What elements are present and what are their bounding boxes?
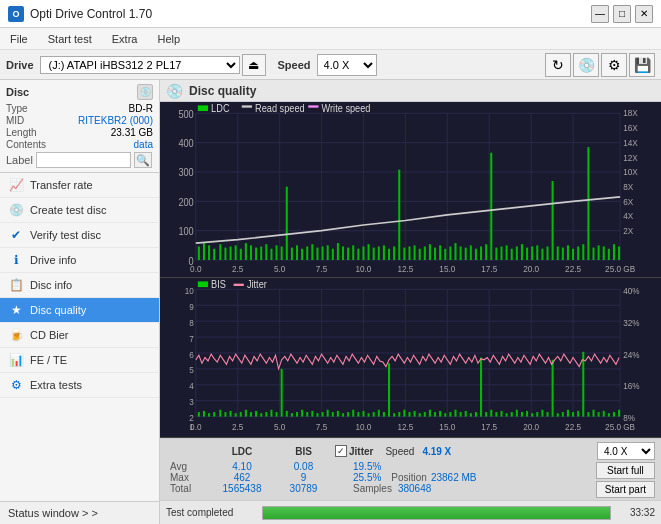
svg-rect-229 — [582, 352, 584, 417]
settings-btn[interactable]: ⚙ — [601, 53, 627, 77]
app-icon: O — [8, 6, 24, 22]
svg-rect-160 — [230, 411, 232, 417]
disc-quality-icon: ★ — [8, 302, 24, 318]
menu-file[interactable]: File — [4, 32, 34, 46]
nav-fe-te[interactable]: 📊 FE / TE — [0, 348, 159, 373]
svg-rect-197 — [419, 413, 421, 416]
bis-header: BIS — [276, 446, 331, 457]
svg-rect-24 — [230, 246, 232, 260]
svg-rect-64 — [434, 248, 436, 260]
svg-rect-186 — [362, 411, 364, 417]
svg-text:500: 500 — [178, 108, 194, 120]
speed-select[interactable]: 4.0 X — [317, 54, 377, 76]
svg-rect-77 — [500, 246, 502, 260]
disc-mid-key: MID — [6, 115, 24, 126]
status-window-btn[interactable]: Status window > > — [0, 501, 159, 524]
svg-text:10.0: 10.0 — [356, 422, 372, 433]
svg-rect-185 — [357, 412, 359, 417]
refresh-btn[interactable]: ↻ — [545, 53, 571, 77]
menu-help[interactable]: Help — [151, 32, 186, 46]
svg-rect-156 — [208, 413, 210, 416]
disc-type-key: Type — [6, 103, 28, 114]
svg-rect-175 — [306, 412, 308, 417]
svg-text:7: 7 — [189, 333, 194, 344]
close-button[interactable]: ✕ — [635, 5, 653, 23]
disc-contents-key: Contents — [6, 139, 46, 150]
nav-disc-quality[interactable]: ★ Disc quality — [0, 298, 159, 323]
disc-contents-val: data — [134, 139, 153, 150]
svg-rect-198 — [424, 412, 426, 417]
avg-bis: 0.08 — [276, 461, 331, 472]
svg-rect-62 — [424, 246, 426, 260]
svg-rect-195 — [408, 412, 410, 417]
nav-cd-bier[interactable]: 🍺 CD Bier — [0, 323, 159, 348]
svg-rect-88 — [557, 246, 559, 260]
nav-create-test-disc[interactable]: 💿 Create test disc — [0, 198, 159, 223]
chart1-svg: 500 400 300 200 100 0 18X 16X 14X 12X 10… — [160, 102, 661, 277]
nav-transfer-rate[interactable]: 📈 Transfer rate — [0, 173, 159, 198]
jitter-checkbox[interactable]: ✓ — [335, 445, 347, 457]
total-label: Total — [170, 483, 208, 494]
save-btn[interactable]: 💾 — [629, 53, 655, 77]
disc-label-btn[interactable]: 🔍 — [134, 152, 152, 168]
svg-rect-211 — [490, 410, 492, 417]
svg-text:2X: 2X — [623, 226, 633, 236]
svg-text:14X: 14X — [623, 138, 638, 148]
svg-text:10: 10 — [185, 285, 194, 296]
svg-rect-78 — [506, 245, 508, 260]
svg-rect-54 — [383, 245, 385, 260]
svg-rect-173 — [296, 412, 298, 417]
start-part-btn[interactable]: Start part — [596, 481, 655, 498]
app-title: Opti Drive Control 1.70 — [30, 7, 152, 21]
maximize-button[interactable]: □ — [613, 5, 631, 23]
svg-rect-263 — [198, 281, 208, 287]
disc-label-key: Label — [6, 154, 33, 166]
stats-max-row: Max 462 9 25.5% Position 23862 MB — [166, 472, 592, 483]
svg-rect-21 — [213, 249, 215, 260]
menu-extra[interactable]: Extra — [106, 32, 144, 46]
nav-extra-tests-label: Extra tests — [30, 379, 82, 391]
svg-text:200: 200 — [178, 196, 194, 208]
svg-rect-169 — [276, 412, 278, 417]
drive-bar: Drive (J:) ATAPI iHBS312 2 PL17 ⏏ Speed … — [0, 50, 661, 80]
verify-disc-icon: ✔ — [8, 227, 24, 243]
speed-dropdown-stats[interactable]: 4.0 X — [597, 442, 655, 460]
disc-label-input[interactable] — [36, 152, 131, 168]
nav-verify-test-disc[interactable]: ✔ Verify test disc — [0, 223, 159, 248]
time-text: 33:32 — [617, 507, 655, 518]
nav-extra-tests[interactable]: ⚙ Extra tests — [0, 373, 159, 398]
nav-disc-info[interactable]: 📋 Disc info — [0, 273, 159, 298]
start-full-btn[interactable]: Start full — [596, 462, 655, 479]
svg-rect-218 — [526, 411, 528, 417]
svg-rect-71 — [470, 245, 472, 260]
svg-rect-66 — [444, 249, 446, 260]
chart2-area: 10 9 8 7 6 5 4 3 2 1 40% 32% — [160, 278, 661, 438]
svg-rect-97 — [603, 246, 605, 260]
svg-rect-221 — [541, 410, 543, 417]
drive-eject-btn[interactable]: ⏏ — [242, 54, 266, 76]
svg-rect-93 — [582, 244, 584, 260]
disc-panel-icon[interactable]: 💿 — [137, 84, 153, 100]
disc-btn[interactable]: 💿 — [573, 53, 599, 77]
minimize-button[interactable]: — — [591, 5, 609, 23]
progress-bar-fill — [263, 507, 610, 519]
svg-rect-174 — [301, 410, 303, 417]
svg-rect-159 — [224, 412, 226, 417]
svg-rect-196 — [414, 411, 416, 417]
drive-select[interactable]: (J:) ATAPI iHBS312 2 PL17 — [40, 56, 240, 74]
menu-start-test[interactable]: Start test — [42, 32, 98, 46]
svg-rect-234 — [608, 413, 610, 416]
svg-rect-201 — [439, 411, 441, 417]
svg-text:4: 4 — [189, 381, 194, 392]
svg-text:7.5: 7.5 — [316, 264, 328, 274]
nav-drive-info[interactable]: ℹ Drive info — [0, 248, 159, 273]
svg-rect-212 — [495, 412, 497, 417]
nav-fe-te-label: FE / TE — [30, 354, 67, 366]
svg-rect-215 — [511, 412, 513, 417]
svg-rect-187 — [368, 413, 370, 416]
svg-text:17.5: 17.5 — [481, 264, 497, 274]
disc-mid-row: MID RITEKBR2 (000) — [6, 115, 153, 126]
create-disc-icon: 💿 — [8, 202, 24, 218]
svg-rect-194 — [403, 410, 405, 417]
fe-te-icon: 📊 — [8, 352, 24, 368]
